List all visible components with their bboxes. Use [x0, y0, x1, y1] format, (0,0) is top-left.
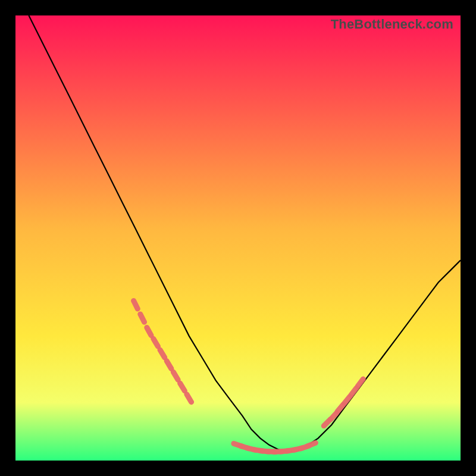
data-marker: [147, 328, 151, 336]
data-marker: [140, 314, 145, 322]
plot-area: TheBottleneck.com: [15, 15, 461, 461]
plot-svg: [15, 15, 461, 461]
data-marker: [308, 443, 316, 446]
gradient-background: [15, 15, 461, 461]
chart-frame: TheBottleneck.com: [0, 0, 476, 476]
watermark-text: TheBottleneck.com: [331, 17, 453, 32]
data-marker: [134, 301, 138, 309]
